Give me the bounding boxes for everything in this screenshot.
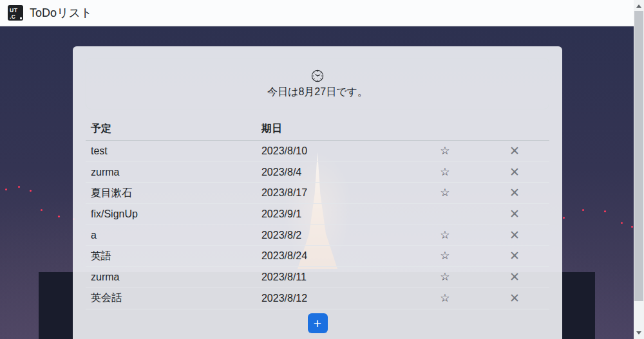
table-row: 英会話 2023/8/12 ☆ ✕	[86, 288, 549, 309]
app-viewport: UT .C ToDoリスト 今日は8月27日です。	[0, 0, 644, 339]
aviation-lights	[5, 188, 7, 190]
due-date: 2023/8/2	[256, 230, 410, 241]
table-header-row: 予定 期日	[86, 122, 549, 141]
star-button[interactable]: ☆	[440, 250, 450, 261]
header-due: 期日	[256, 122, 410, 136]
task-name: 英会話	[86, 291, 256, 305]
aviation-lights	[563, 217, 565, 219]
scrollbar-thumb[interactable]	[634, 11, 643, 301]
task-name: fix/SignUp	[86, 208, 256, 220]
due-date: 2023/8/4	[256, 167, 410, 178]
logo-line1: UT	[10, 7, 23, 14]
table-row: zurma 2023/8/11 ☆ ✕	[86, 267, 549, 288]
due-date: 2023/8/24	[256, 250, 410, 262]
todo-table: 予定 期日 test 2023/8/10 ☆ ✕ zurma 2023/8/4 …	[86, 122, 549, 309]
task-name: test	[86, 145, 256, 157]
scroll-down-arrow-icon[interactable]	[636, 331, 641, 334]
due-date: 2023/8/11	[256, 271, 410, 283]
delete-button[interactable]: ✕	[509, 166, 520, 178]
app-title: ToDoリスト	[30, 5, 92, 21]
task-name: 英語	[86, 250, 256, 263]
today-banner: 今日は8月27日です。	[86, 58, 549, 109]
due-date: 2023/8/17	[256, 187, 410, 199]
header-task: 予定	[86, 122, 256, 136]
scroll-up-arrow-icon[interactable]	[636, 5, 641, 8]
delete-button[interactable]: ✕	[509, 271, 520, 283]
clock-icon	[310, 68, 325, 84]
navbar: UT .C ToDoリスト	[0, 0, 634, 26]
delete-button[interactable]: ✕	[509, 187, 520, 199]
star-button[interactable]: ☆	[440, 271, 450, 282]
table-row: 英語 2023/8/24 ☆ ✕	[86, 246, 549, 267]
task-name: a	[86, 230, 256, 241]
star-button[interactable]: ☆	[440, 293, 450, 304]
table-row: 夏目漱石 2023/8/17 ☆ ✕	[86, 183, 549, 204]
due-date: 2023/8/12	[256, 293, 410, 304]
delete-button[interactable]: ✕	[509, 208, 520, 220]
table-row: a 2023/8/2 ☆ ✕	[86, 225, 549, 246]
due-date: 2023/9/1	[256, 208, 410, 220]
task-name: 夏目漱石	[86, 187, 256, 200]
delete-button[interactable]: ✕	[509, 292, 520, 304]
star-button[interactable]: ☆	[440, 145, 450, 156]
star-button[interactable]: ☆	[440, 167, 450, 178]
add-todo-button[interactable]: +	[308, 313, 328, 333]
due-date: 2023/8/10	[256, 145, 410, 157]
delete-button[interactable]: ✕	[509, 145, 520, 157]
add-button-row: +	[86, 313, 549, 333]
star-button[interactable]: ☆	[440, 187, 450, 198]
utcode-logo-icon[interactable]: UT .C	[8, 5, 23, 21]
task-name: zurma	[86, 167, 256, 178]
table-row: fix/SignUp 2023/9/1 ✕	[86, 204, 549, 225]
table-row: test 2023/8/10 ☆ ✕	[86, 141, 549, 162]
todo-card: 今日は8月27日です。 予定 期日 test 2023/8/10 ☆ ✕ zur…	[73, 46, 562, 339]
today-date-text: 今日は8月27日です。	[267, 86, 368, 99]
vertical-scrollbar[interactable]	[634, 0, 644, 339]
logo-cursor-dot	[20, 17, 22, 19]
star-button[interactable]: ☆	[440, 230, 450, 241]
delete-button[interactable]: ✕	[509, 229, 520, 241]
table-row: zurma 2023/8/4 ☆ ✕	[86, 162, 549, 183]
task-name: zurma	[86, 271, 256, 283]
delete-button[interactable]: ✕	[509, 250, 520, 262]
